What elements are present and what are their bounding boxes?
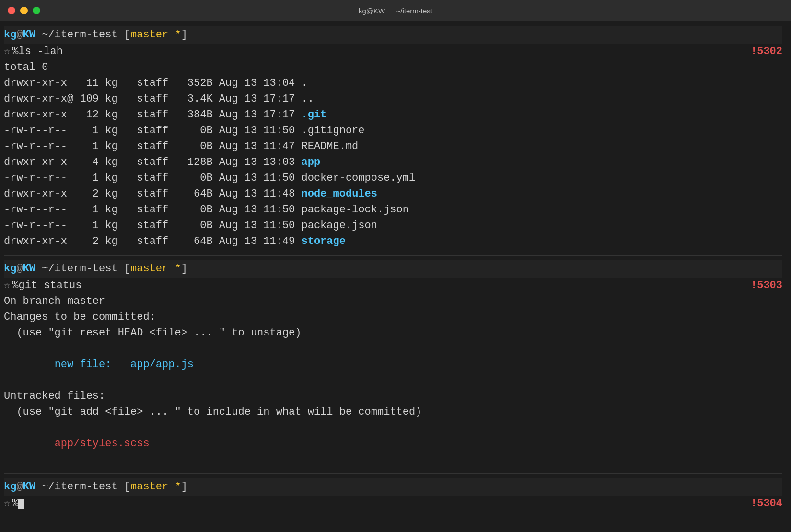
prompt-path-1: ~/iterm-test bbox=[35, 29, 124, 41]
prompt-line-2: kg@KW ~/iterm-test [master *] bbox=[4, 260, 782, 278]
terminal-content[interactable]: kg@KW ~/iterm-test [master *] ☆ % ls -la… bbox=[0, 21, 791, 532]
prompt-user-3: kg bbox=[4, 481, 16, 493]
cmd-number-2: !5303 bbox=[751, 278, 782, 293]
prompt-line-1: kg@KW ~/iterm-test [master *] bbox=[4, 26, 782, 44]
prompt-line-3: kg@KW ~/iterm-test [master *] bbox=[4, 478, 782, 496]
close-button[interactable] bbox=[8, 7, 15, 14]
maximize-button[interactable] bbox=[33, 7, 40, 14]
prompt-branch-2: master bbox=[130, 263, 168, 275]
prompt-branch-3: master bbox=[130, 481, 168, 493]
command-line-3[interactable]: ☆ % !5304 bbox=[4, 496, 782, 511]
pane-2: kg@KW ~/iterm-test [master *] ☆ % git st… bbox=[4, 255, 782, 469]
cursor bbox=[18, 499, 24, 509]
command-2: git status bbox=[18, 278, 751, 293]
pane-1: kg@KW ~/iterm-test [master *] ☆ % ls -la… bbox=[4, 24, 782, 251]
pane-3: kg@KW ~/iterm-test [master *] ☆ % !5304 bbox=[4, 473, 782, 513]
output-1: total 0 drwxr-xr-x 11 kg staff 352B Aug … bbox=[4, 59, 782, 249]
output-2: On branch master Changes to be committed… bbox=[4, 293, 782, 467]
command-1: ls -lah bbox=[18, 44, 751, 59]
prompt-path-2: ~/iterm-test bbox=[35, 263, 124, 275]
titlebar: kg@KW — ~/iterm-test bbox=[0, 0, 791, 21]
prompt-user-1: kg bbox=[4, 29, 16, 41]
minimize-button[interactable] bbox=[20, 7, 28, 14]
command-line-2: ☆ % git status !5303 bbox=[4, 278, 782, 293]
prompt-path-3: ~/iterm-test bbox=[35, 481, 124, 493]
command-line-1: ☆ % ls -lah !5302 bbox=[4, 44, 782, 59]
prompt-host-1: KW bbox=[23, 29, 35, 41]
terminal-window: kg@KW — ~/iterm-test kg@KW ~/iterm-test … bbox=[0, 0, 791, 532]
window-title: kg@KW — ~/iterm-test bbox=[359, 7, 432, 15]
prompt-user-2: kg bbox=[4, 263, 16, 275]
prompt-star-3: * bbox=[168, 481, 181, 493]
cmd-number-3: !5304 bbox=[751, 496, 782, 511]
prompt-branch-1: master bbox=[130, 29, 168, 41]
prompt-star-2: * bbox=[168, 263, 181, 275]
prompt-host-2: KW bbox=[23, 263, 35, 275]
traffic-lights bbox=[8, 7, 40, 14]
cmd-number-1: !5302 bbox=[751, 44, 782, 59]
prompt-host-3: KW bbox=[23, 481, 35, 493]
prompt-star-1: * bbox=[168, 29, 181, 41]
